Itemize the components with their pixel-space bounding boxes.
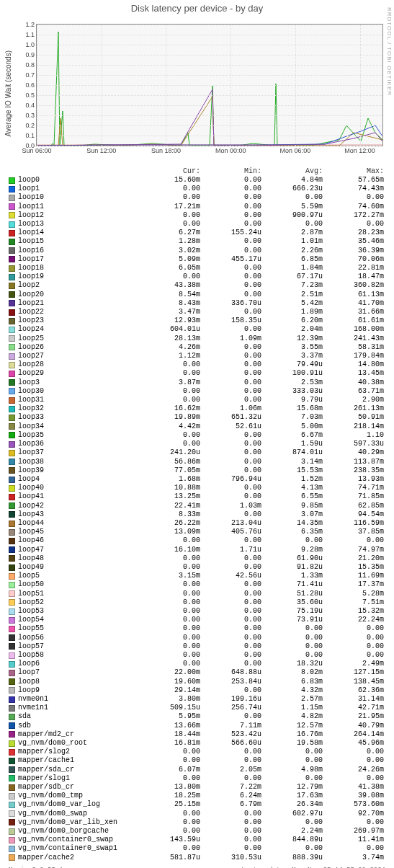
val-max: 92.70m — [323, 810, 384, 818]
val-cur: 43.38m — [139, 281, 200, 290]
val-min: 158.35u — [200, 316, 261, 325]
val-max: 28.23m — [323, 229, 384, 237]
val-avg: 14.35m — [261, 519, 323, 528]
series-name: loop10 — [18, 193, 139, 202]
series-name: vg_nvm/container0_swap — [18, 836, 139, 844]
val-min: 0.00 — [200, 554, 261, 563]
val-avg: 6.83m — [261, 678, 323, 686]
series-name: loop12 — [18, 211, 139, 220]
legend-row: loop3977.05m0.0015.53m238.35m — [9, 466, 385, 475]
color-swatch — [9, 309, 15, 316]
color-swatch — [9, 327, 15, 333]
legend-row: sdb13.66m7.11m12.57m40.79m — [9, 722, 385, 730]
legend-row: loop929.14m0.004.32m62.36m — [9, 686, 385, 695]
val-cur: 16.10m — [139, 546, 200, 554]
legend-row: loop4222.41m1.03m9.85m62.85m — [9, 502, 385, 510]
series-name: loop18 — [18, 264, 139, 273]
val-cur: 0.00 — [139, 273, 200, 281]
color-swatch — [9, 186, 15, 192]
val-min: 0.00 — [200, 440, 261, 448]
series-name: vg_nvm/dom0_tmp — [18, 792, 139, 800]
series-name: loop0 — [18, 176, 139, 185]
val-cur: 604.01u — [139, 325, 200, 334]
legend-row: loop151.28m0.001.01m35.46m — [9, 237, 385, 246]
val-min: 0.00 — [200, 484, 261, 492]
val-cur: 0.00 — [139, 827, 200, 836]
val-max: 113.87m — [323, 458, 384, 466]
val-cur: 3.87m — [139, 378, 200, 387]
color-swatch — [9, 538, 15, 544]
val-cur: 143.59u — [139, 836, 200, 844]
color-swatch — [9, 626, 15, 632]
series-name: loop56 — [18, 634, 139, 642]
rrdtool-credit: RRDTOOL / TOBI OETIKER — [386, 7, 393, 96]
val-avg: 900.97u — [261, 211, 323, 220]
series-name: loop36 — [18, 440, 139, 448]
series-name: vg_nvm/dom0_borgcache — [18, 827, 139, 836]
val-avg: 3.07m — [261, 510, 323, 519]
color-swatch — [9, 344, 15, 350]
val-cur: 3.02m — [139, 247, 200, 255]
val-avg: 0.00 — [261, 774, 323, 783]
color-swatch — [9, 467, 15, 474]
val-cur: 1.68m — [139, 475, 200, 484]
val-min: 1.03m — [200, 502, 261, 510]
x-tick: Mon 06:00 — [280, 147, 311, 154]
color-swatch — [9, 546, 15, 553]
val-min: 253.84u — [200, 678, 261, 686]
color-swatch — [9, 353, 15, 360]
y-tick: 0.9 — [25, 51, 35, 58]
val-min: 0.00 — [200, 827, 261, 836]
legend-row: loop344.42m52.61u5.00m218.14m — [9, 422, 385, 431]
val-max: 74.71m — [323, 484, 384, 492]
val-min: 0.00 — [200, 378, 261, 387]
col-cur: Cur: — [139, 167, 200, 175]
val-avg: 2.57m — [261, 695, 323, 704]
val-cur: 6.07m — [139, 766, 200, 774]
series-name: loop6 — [18, 660, 139, 668]
color-swatch — [9, 714, 15, 720]
val-max: 24.26m — [323, 766, 384, 774]
val-max: 50.91m — [323, 413, 384, 422]
val-avg: 9.85m — [261, 502, 323, 510]
val-min: 0.00 — [200, 281, 261, 290]
series-name: loop14 — [18, 229, 139, 237]
val-max: 1.10 — [323, 431, 384, 440]
val-cur: 13.09m — [139, 528, 200, 536]
color-swatch — [9, 590, 15, 597]
val-avg: 602.97u — [261, 810, 323, 818]
val-max: 5.28m — [323, 590, 384, 598]
val-cur: 0.00 — [139, 536, 200, 545]
val-cur: 15.60m — [139, 176, 200, 185]
legend-row: loop3216.62m1.06m15.68m261.13m — [9, 404, 385, 413]
color-swatch — [9, 265, 15, 272]
val-min: 0.00 — [200, 634, 261, 642]
legend-row: mapper/cache2581.87u310.53u888.39u3.74m — [9, 854, 385, 862]
val-avg: 6.20m — [261, 316, 323, 325]
color-swatch — [9, 283, 15, 289]
legend-row: loop24604.01u0.002.04m168.00m — [9, 325, 385, 334]
val-avg: 2.04m — [261, 325, 323, 334]
val-cur: 28.13m — [139, 335, 200, 343]
val-min: 0.00 — [200, 203, 261, 211]
legend-row: loop4010.88m0.004.13m74.71m — [9, 484, 385, 492]
val-max: 45.96m — [323, 739, 384, 748]
legend-row: nvme1n1509.15u256.74u1.15m42.71m — [9, 704, 385, 712]
legend-row: mapper/md2_cr18.44m523.42u16.76m264.14m — [9, 730, 385, 739]
legend-row: loop175.09m455.17u6.85m70.06m — [9, 255, 385, 264]
val-cur: 4.42m — [139, 422, 200, 431]
val-max: 37.85m — [323, 528, 384, 536]
val-max: 0.00 — [323, 774, 384, 783]
series-name: mapper/slog2 — [18, 748, 139, 756]
val-min: 42.56u — [200, 572, 261, 580]
color-swatch — [9, 810, 15, 817]
color-swatch — [9, 432, 15, 438]
series-name: vg_nvm/dom0_root — [18, 739, 139, 748]
legend-row: loop130.000.000.000.00 — [9, 220, 385, 229]
legend-row: mapper/sdb_cr13.80m7.22m12.79m41.38m — [9, 783, 385, 792]
val-avg: 79.49u — [261, 360, 323, 369]
val-cur: 0.00 — [139, 844, 200, 853]
color-swatch — [9, 573, 15, 580]
val-min: 0.00 — [200, 220, 261, 229]
color-swatch — [9, 837, 15, 843]
